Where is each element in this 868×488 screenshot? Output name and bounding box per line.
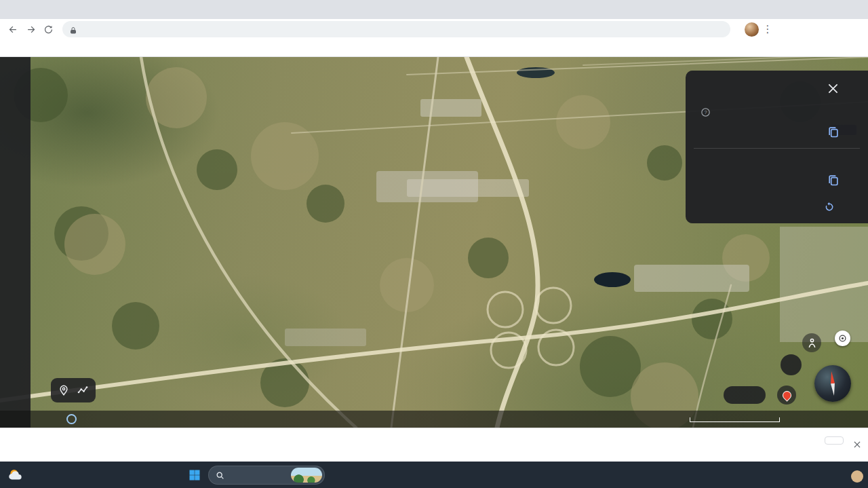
search-highlight-thumbnail[interactable] — [291, 468, 322, 483]
zoom-control — [724, 386, 766, 404]
taskbar-apps — [186, 466, 330, 485]
restart-icon — [824, 202, 835, 212]
copy-area-icon[interactable] — [827, 173, 840, 187]
start-button[interactable] — [186, 466, 203, 484]
earth-map[interactable]: ? — [0, 57, 868, 428]
search-icon — [216, 470, 224, 479]
show-all-downloads-button[interactable] — [825, 436, 844, 445]
layer-ring-icon[interactable] — [66, 414, 77, 424]
compass-needle-icon — [829, 371, 836, 396]
back-button[interactable] — [4, 20, 22, 38]
bookmarks-bar — [0, 39, 868, 57]
earth-sidebar — [0, 57, 31, 428]
address-bar[interactable] — [62, 21, 730, 37]
reload-button[interactable] — [39, 20, 57, 38]
compass[interactable] — [814, 365, 851, 402]
measure-panel-close-icon[interactable] — [826, 81, 841, 96]
drop-pin-button[interactable] — [777, 386, 796, 405]
weather-widget[interactable] — [7, 466, 30, 484]
panel-divider — [694, 148, 860, 149]
notification-badge[interactable] — [851, 470, 863, 483]
my-location-icon[interactable] — [835, 331, 850, 346]
help-icon[interactable]: ? — [701, 107, 711, 117]
earth-status-bar — [0, 411, 868, 428]
start-new-button[interactable] — [824, 202, 841, 212]
placemark-tool-icon[interactable] — [58, 384, 70, 396]
2d-toggle-button[interactable] — [781, 354, 802, 375]
street-view-pegman-icon[interactable] — [802, 333, 821, 352]
svg-text:?: ? — [704, 109, 707, 115]
perimeter-label: ? — [695, 107, 711, 117]
browser-tab-strip — [0, 0, 868, 19]
forward-button[interactable] — [22, 20, 39, 38]
measure-panel: ? — [686, 71, 868, 223]
browser-toolbar: ⋮ — [0, 19, 868, 39]
screen: ⋮ — [0, 0, 868, 488]
window-controls — [765, 0, 868, 19]
measure-tools-toolbar — [51, 378, 96, 402]
lock-icon — [69, 25, 77, 33]
taskbar-search-input[interactable] — [208, 466, 325, 485]
profile-avatar[interactable] — [745, 22, 759, 37]
polyline-tool-icon[interactable] — [77, 384, 89, 396]
new-tab-button[interactable] — [4, 1, 22, 19]
windows-taskbar — [0, 462, 868, 488]
browser-menu-icon[interactable]: ⋮ — [759, 20, 776, 38]
scale-bar — [690, 417, 780, 422]
downloads-bar — [0, 428, 868, 462]
close-downloads-bar-icon[interactable] — [852, 440, 862, 449]
weather-icon — [7, 466, 24, 484]
copy-perimeter-icon[interactable] — [827, 125, 840, 138]
